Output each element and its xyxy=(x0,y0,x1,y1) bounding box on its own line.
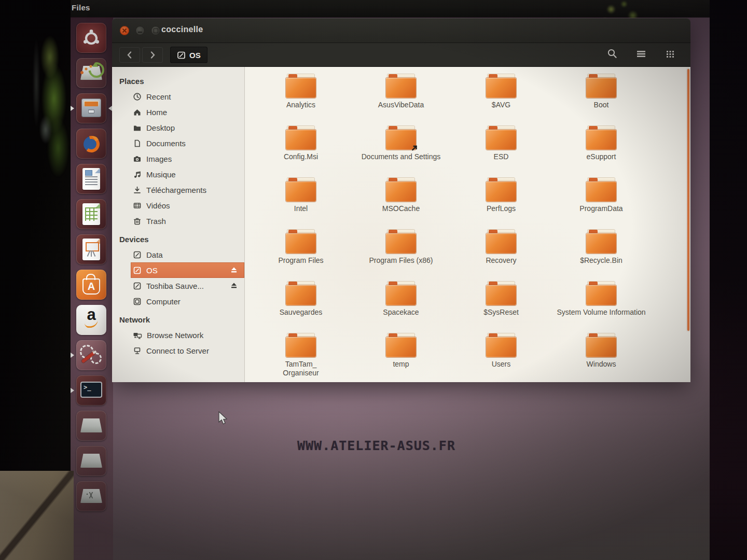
launcher-files-button[interactable] xyxy=(76,93,106,123)
launcher-libreoffice-calc-button[interactable] xyxy=(76,199,106,229)
folder-item[interactable]: Config.Msi xyxy=(253,126,349,178)
folder-item[interactable]: System Volume Information xyxy=(554,282,649,333)
folder-item[interactable]: Recovery xyxy=(453,230,549,282)
search-button[interactable] xyxy=(606,48,619,61)
photo-background: Files xyxy=(0,0,747,560)
folder-item[interactable]: Program Files xyxy=(253,230,349,282)
eject-button[interactable] xyxy=(230,266,238,276)
folder-item[interactable]: temp xyxy=(353,333,449,382)
launcher-system-settings-button[interactable] xyxy=(76,340,106,370)
folder-icon xyxy=(586,126,616,150)
folder-label: Spacekace xyxy=(383,308,419,317)
screen-bezel xyxy=(0,0,71,471)
folder-icon xyxy=(286,126,316,150)
forward-button[interactable] xyxy=(142,47,163,63)
folder-item[interactable]: AsusVibeData xyxy=(353,74,449,126)
writer-document-icon xyxy=(82,168,100,190)
launcher-firefox-button[interactable] xyxy=(76,129,106,159)
sidebar-item-desktop[interactable]: Desktop xyxy=(131,120,244,135)
folder-item[interactable]: $Recycle.Bin xyxy=(554,230,649,282)
sidebar-item-trash[interactable]: Trash xyxy=(131,213,244,229)
folder-icon xyxy=(586,74,616,98)
sidebar-item-label: OS xyxy=(146,266,158,275)
launcher-drive-button[interactable] xyxy=(76,481,106,511)
file-manager-window: coccinelle O xyxy=(112,18,690,382)
sidebar-item-documents[interactable]: Documents xyxy=(131,135,244,151)
folder-item[interactable]: $SysReset xyxy=(453,282,549,333)
folder-item[interactable]: Sauvegardes xyxy=(253,282,349,333)
folder-icon xyxy=(586,333,616,357)
launcher-amazon-button[interactable]: a xyxy=(76,305,106,335)
sidebar-item-computer[interactable]: Computer xyxy=(131,293,244,309)
grid-view-button[interactable] xyxy=(665,48,677,61)
toolbar-actions xyxy=(606,48,677,61)
folder-label: Documents and Settings xyxy=(362,152,441,161)
sidebar-item-images[interactable]: Images xyxy=(131,151,244,166)
sidebar-item-label: Téléchargements xyxy=(146,186,206,194)
eject-button[interactable] xyxy=(230,282,238,291)
launcher-backup-tool-button[interactable] xyxy=(76,58,106,88)
launcher-drive-button[interactable] xyxy=(76,411,106,441)
launcher-drive-button[interactable] xyxy=(76,446,106,476)
launcher-libreoffice-impress-button[interactable] xyxy=(76,234,106,264)
sidebar-item-connect-to-server[interactable]: Connect to Server xyxy=(131,343,244,358)
folder-item[interactable]: Spacekace xyxy=(353,282,449,333)
file-grid: Analytics AsusVibeData $AVG Boot xyxy=(245,67,690,382)
folder-item[interactable]: ProgramData xyxy=(554,178,649,230)
folder-item[interactable]: Intel xyxy=(253,178,349,230)
folder-label: Windows xyxy=(587,360,616,369)
window-controls xyxy=(120,26,160,35)
folder-label: Sauvegardes xyxy=(280,308,323,317)
home-icon xyxy=(133,108,142,117)
folder-item[interactable]: Program Files (x86) xyxy=(353,230,449,282)
launcher-ubuntu-dash-button[interactable] xyxy=(76,23,106,53)
sidebar-item-os[interactable]: OS xyxy=(131,262,244,278)
sidebar-item-browse-network[interactable]: Browse Network xyxy=(131,327,244,343)
folder-label: ESD xyxy=(494,152,509,161)
folder-item[interactable]: Users xyxy=(453,333,549,382)
launcher-terminal-button[interactable]: >_ xyxy=(76,375,106,405)
watermark-text: WWW.ATELIER-ASUS.FR xyxy=(297,438,455,453)
sidebar-item-recent[interactable]: Recent xyxy=(131,89,244,104)
scrollbar-thumb[interactable] xyxy=(687,69,689,331)
folder-item[interactable]: eSupport xyxy=(554,126,649,178)
sidebar-item-data[interactable]: Data xyxy=(131,247,244,262)
folder-item[interactable]: Windows xyxy=(554,333,649,382)
folder-label: $Recycle.Bin xyxy=(580,256,622,265)
sidebar-item-label: Images xyxy=(146,155,172,163)
close-button[interactable] xyxy=(120,26,129,35)
firefox-icon xyxy=(80,132,103,155)
window-body: Places Recent Home xyxy=(112,67,690,382)
folder-item[interactable]: Boot xyxy=(554,74,649,126)
back-button[interactable] xyxy=(119,47,140,63)
breadcrumb-os[interactable]: OS xyxy=(170,47,208,63)
file-cabinet-icon xyxy=(81,99,101,117)
drive-icon xyxy=(133,282,142,290)
folder-icon xyxy=(586,178,616,202)
list-view-button[interactable] xyxy=(635,48,648,61)
folder-item[interactable]: Documents and Settings xyxy=(353,126,449,178)
folder-label: Analytics xyxy=(286,101,315,109)
sidebar-item-music[interactable]: Musique xyxy=(131,166,244,182)
folder-item[interactable]: $AVG xyxy=(453,74,549,126)
launcher-software-center-button[interactable]: A xyxy=(76,270,106,300)
launcher-libreoffice-writer-button[interactable] xyxy=(76,164,106,194)
minimize-button[interactable] xyxy=(135,26,145,35)
folder-item[interactable]: Analytics xyxy=(253,74,349,126)
global-menu-app-name[interactable]: Files xyxy=(72,3,90,12)
sidebar-item-downloads[interactable]: Téléchargements xyxy=(131,182,244,198)
sidebar-item-videos[interactable]: Vidéos xyxy=(131,198,244,213)
running-indicator xyxy=(71,353,74,358)
sidebar-item-label: Vidéos xyxy=(146,201,170,210)
sidebar-item-home[interactable]: Home xyxy=(131,104,244,120)
folder-label: $AVG xyxy=(492,101,510,109)
sidebar-item-label: Computer xyxy=(146,297,181,306)
focused-indicator xyxy=(108,106,112,111)
folder-item[interactable]: PerfLogs xyxy=(453,178,549,230)
maximize-button[interactable] xyxy=(151,26,160,35)
images-icon xyxy=(133,155,142,163)
folder-item[interactable]: TamTam_ Organiseur xyxy=(253,333,349,382)
folder-item[interactable]: MSOCache xyxy=(353,178,449,230)
folder-item[interactable]: ESD xyxy=(453,126,549,178)
sidebar-item-toshiba[interactable]: Toshiba Sauve... xyxy=(131,278,244,293)
